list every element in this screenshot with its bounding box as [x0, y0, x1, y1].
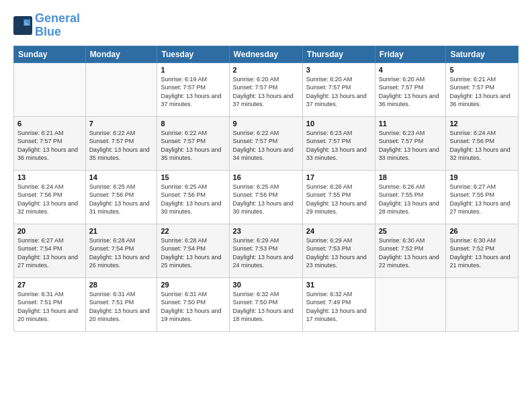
day-number: 12 [449, 120, 515, 128]
weekday-header-thursday: Thursday [302, 46, 375, 62]
calendar-cell: 10Sunrise: 6:23 AM Sunset: 7:57 PM Dayli… [302, 116, 375, 170]
calendar-cell: 7Sunrise: 6:22 AM Sunset: 7:57 PM Daylig… [85, 116, 157, 170]
day-number: 3 [306, 66, 371, 74]
calendar-cell: 2Sunrise: 6:20 AM Sunset: 7:57 PM Daylig… [229, 62, 302, 116]
day-info: Sunrise: 6:31 AM Sunset: 7:50 PM Dayligh… [161, 290, 225, 324]
calendar-cell: 29Sunrise: 6:31 AM Sunset: 7:50 PM Dayli… [157, 277, 229, 331]
calendar-cell [14, 62, 86, 116]
day-number: 25 [379, 227, 443, 235]
day-number: 23 [233, 227, 299, 235]
calendar-cell [446, 277, 519, 331]
day-info: Sunrise: 6:25 AM Sunset: 7:56 PM Dayligh… [89, 183, 154, 216]
day-number: 4 [379, 66, 443, 74]
day-info: Sunrise: 6:20 AM Sunset: 7:57 PM Dayligh… [379, 75, 443, 109]
day-info: Sunrise: 6:31 AM Sunset: 7:51 PM Dayligh… [17, 290, 82, 324]
logo: General Blue [13, 12, 80, 39]
day-number: 1 [161, 66, 225, 74]
calendar-cell: 6Sunrise: 6:21 AM Sunset: 7:57 PM Daylig… [14, 116, 86, 170]
calendar-cell: 25Sunrise: 6:30 AM Sunset: 7:52 PM Dayli… [375, 224, 446, 277]
day-number: 19 [449, 173, 515, 181]
day-number: 10 [306, 120, 371, 128]
calendar-cell: 26Sunrise: 6:30 AM Sunset: 7:52 PM Dayli… [446, 224, 519, 277]
day-number: 8 [161, 120, 225, 128]
logo-icon [13, 16, 32, 35]
calendar-cell: 14Sunrise: 6:25 AM Sunset: 7:56 PM Dayli… [85, 170, 157, 224]
calendar-cell: 20Sunrise: 6:27 AM Sunset: 7:54 PM Dayli… [14, 224, 86, 277]
calendar-cell: 28Sunrise: 6:31 AM Sunset: 7:51 PM Dayli… [85, 277, 157, 331]
day-number: 31 [306, 281, 371, 289]
day-number: 21 [89, 227, 154, 235]
day-info: Sunrise: 6:24 AM Sunset: 7:56 PM Dayligh… [449, 129, 515, 163]
day-number: 17 [306, 173, 371, 181]
calendar-cell: 8Sunrise: 6:22 AM Sunset: 7:57 PM Daylig… [157, 116, 229, 170]
week-row-1: 1Sunrise: 6:19 AM Sunset: 7:57 PM Daylig… [14, 62, 519, 116]
day-info: Sunrise: 6:22 AM Sunset: 7:57 PM Dayligh… [161, 129, 225, 163]
week-row-2: 6Sunrise: 6:21 AM Sunset: 7:57 PM Daylig… [14, 116, 519, 170]
day-number: 26 [449, 227, 515, 235]
calendar-cell: 31Sunrise: 6:32 AM Sunset: 7:49 PM Dayli… [302, 277, 375, 331]
day-info: Sunrise: 6:26 AM Sunset: 7:55 PM Dayligh… [306, 183, 371, 216]
day-number: 2 [233, 66, 299, 74]
day-info: Sunrise: 6:31 AM Sunset: 7:51 PM Dayligh… [89, 290, 154, 324]
day-info: Sunrise: 6:21 AM Sunset: 7:57 PM Dayligh… [17, 129, 82, 163]
weekday-header-tuesday: Tuesday [157, 46, 229, 62]
day-number: 18 [379, 173, 443, 181]
day-number: 11 [379, 120, 443, 128]
calendar-cell: 1Sunrise: 6:19 AM Sunset: 7:57 PM Daylig… [157, 62, 229, 116]
calendar-cell: 24Sunrise: 6:29 AM Sunset: 7:53 PM Dayli… [302, 224, 375, 277]
calendar-cell: 5Sunrise: 6:21 AM Sunset: 7:57 PM Daylig… [446, 62, 519, 116]
day-number: 28 [89, 281, 154, 289]
calendar-cell: 11Sunrise: 6:23 AM Sunset: 7:57 PM Dayli… [375, 116, 446, 170]
weekday-header-row: SundayMondayTuesdayWednesdayThursdayFrid… [14, 46, 519, 62]
calendar-cell [85, 62, 157, 116]
calendar-cell: 27Sunrise: 6:31 AM Sunset: 7:51 PM Dayli… [14, 277, 86, 331]
calendar-cell: 12Sunrise: 6:24 AM Sunset: 7:56 PM Dayli… [446, 116, 519, 170]
day-number: 15 [161, 173, 225, 181]
day-info: Sunrise: 6:20 AM Sunset: 7:57 PM Dayligh… [233, 75, 299, 109]
calendar-cell: 19Sunrise: 6:27 AM Sunset: 7:55 PM Dayli… [446, 170, 519, 224]
calendar-cell: 18Sunrise: 6:26 AM Sunset: 7:55 PM Dayli… [375, 170, 446, 224]
day-info: Sunrise: 6:32 AM Sunset: 7:50 PM Dayligh… [233, 290, 299, 324]
day-number: 30 [233, 281, 299, 289]
day-number: 13 [17, 173, 82, 181]
day-info: Sunrise: 6:20 AM Sunset: 7:57 PM Dayligh… [306, 75, 371, 109]
weekday-header-monday: Monday [85, 46, 157, 62]
day-number: 24 [306, 227, 371, 235]
day-info: Sunrise: 6:25 AM Sunset: 7:56 PM Dayligh… [161, 183, 225, 216]
weekday-header-sunday: Sunday [14, 46, 86, 62]
header: General Blue [13, 12, 519, 39]
day-info: Sunrise: 6:23 AM Sunset: 7:57 PM Dayligh… [379, 129, 443, 163]
week-row-4: 20Sunrise: 6:27 AM Sunset: 7:54 PM Dayli… [14, 224, 519, 277]
day-info: Sunrise: 6:27 AM Sunset: 7:54 PM Dayligh… [17, 236, 82, 270]
calendar-cell: 13Sunrise: 6:24 AM Sunset: 7:56 PM Dayli… [14, 170, 86, 224]
day-info: Sunrise: 6:22 AM Sunset: 7:57 PM Dayligh… [89, 129, 154, 163]
logo-text: General Blue [35, 12, 80, 39]
day-number: 14 [89, 173, 154, 181]
day-number: 22 [161, 227, 225, 235]
weekday-header-saturday: Saturday [446, 46, 519, 62]
calendar-cell: 22Sunrise: 6:28 AM Sunset: 7:54 PM Dayli… [157, 224, 229, 277]
day-info: Sunrise: 6:21 AM Sunset: 7:57 PM Dayligh… [449, 75, 515, 109]
day-info: Sunrise: 6:30 AM Sunset: 7:52 PM Dayligh… [449, 236, 515, 270]
day-number: 5 [449, 66, 515, 74]
calendar-cell: 9Sunrise: 6:22 AM Sunset: 7:57 PM Daylig… [229, 116, 302, 170]
week-row-5: 27Sunrise: 6:31 AM Sunset: 7:51 PM Dayli… [14, 277, 519, 331]
day-info: Sunrise: 6:28 AM Sunset: 7:54 PM Dayligh… [161, 236, 225, 270]
day-info: Sunrise: 6:22 AM Sunset: 7:57 PM Dayligh… [233, 129, 299, 163]
day-info: Sunrise: 6:29 AM Sunset: 7:53 PM Dayligh… [306, 236, 371, 270]
week-row-3: 13Sunrise: 6:24 AM Sunset: 7:56 PM Dayli… [14, 170, 519, 224]
calendar-cell: 4Sunrise: 6:20 AM Sunset: 7:57 PM Daylig… [375, 62, 446, 116]
day-info: Sunrise: 6:19 AM Sunset: 7:57 PM Dayligh… [161, 75, 225, 109]
day-info: Sunrise: 6:28 AM Sunset: 7:54 PM Dayligh… [89, 236, 154, 270]
day-info: Sunrise: 6:26 AM Sunset: 7:55 PM Dayligh… [379, 183, 443, 216]
day-info: Sunrise: 6:24 AM Sunset: 7:56 PM Dayligh… [17, 183, 82, 216]
calendar-cell [375, 277, 446, 331]
day-number: 7 [89, 120, 154, 128]
day-info: Sunrise: 6:32 AM Sunset: 7:49 PM Dayligh… [306, 290, 371, 324]
day-info: Sunrise: 6:23 AM Sunset: 7:57 PM Dayligh… [306, 129, 371, 163]
day-number: 9 [233, 120, 299, 128]
day-number: 29 [161, 281, 225, 289]
calendar-cell: 21Sunrise: 6:28 AM Sunset: 7:54 PM Dayli… [85, 224, 157, 277]
calendar-cell: 30Sunrise: 6:32 AM Sunset: 7:50 PM Dayli… [229, 277, 302, 331]
weekday-header-wednesday: Wednesday [229, 46, 302, 62]
